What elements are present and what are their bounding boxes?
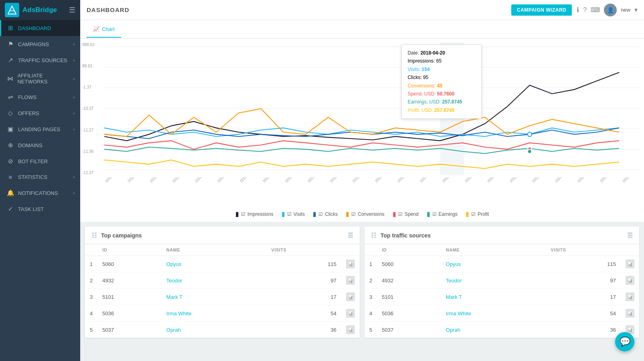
new-label[interactable]: new	[621, 7, 630, 13]
conversions-color-icon: ▮	[346, 210, 349, 218]
chat-icon: 💬	[620, 337, 630, 347]
cell-action: 📊	[341, 289, 360, 305]
sidebar-item-offers[interactable]: ◇ OFFERS ›	[0, 105, 80, 121]
content-area: 📈 Chart 988.63 88.63 -1.37 -10.37 -11.27…	[80, 20, 644, 361]
earnings-color-icon: ▮	[427, 210, 430, 218]
sidebar-item-traffic-sources[interactable]: ↗ TRAFFIC SOURCES ›	[0, 52, 80, 68]
svg-marker-0	[8, 6, 16, 14]
table-row: 3 5101 Mark T 17 📊	[85, 289, 360, 305]
chart-tab-icon: 📈	[93, 26, 99, 32]
cell-visits: 115	[267, 256, 341, 272]
th-name: NAME	[162, 244, 267, 256]
table-row: 5 5037 Oprah 36 📊	[365, 322, 639, 338]
sidebar-item-affiliate-networks[interactable]: ⋈ AFFILIATE NETWORKS ›	[0, 68, 80, 89]
cell-id: 4932	[97, 272, 162, 289]
legend-visits-label: Visits	[294, 211, 305, 217]
sidebar-item-landing-pages[interactable]: ▣ LANDING PAGES ›	[0, 121, 80, 137]
legend-conversions[interactable]: ▮ ☑ Conversions	[346, 210, 385, 218]
sidebar-nav: ⊞ DASHBOARD ⚑ CAMPAIGNS › ↗ TRAFFIC SOUR…	[0, 20, 80, 361]
sidebar-item-notifications[interactable]: 🔔 NOTIFICATIONS ›	[0, 185, 80, 201]
sidebar-label-flows: FLOWS	[18, 94, 36, 100]
cell-num: 5	[85, 322, 97, 338]
sidebar-item-statistics[interactable]: ≡ STATISTICS ›	[0, 169, 80, 185]
visits-check: ☑	[287, 211, 292, 217]
row-chart-button[interactable]: 📊	[346, 309, 355, 318]
legend-earnings[interactable]: ▮ ☑ Earnings	[427, 210, 458, 218]
campaign-wizard-button[interactable]: CAMPAIGN WIZARD	[511, 4, 572, 16]
table-row: 1 5060 Opyus 115 📊	[365, 256, 639, 272]
cell-num: 4	[365, 305, 377, 322]
cell-id: 5060	[377, 256, 441, 272]
chat-fab-button[interactable]: 💬	[615, 332, 634, 351]
table-row: 4 5036 Irma White 54 📊	[365, 305, 639, 322]
dropdown-icon[interactable]: ▾	[634, 6, 638, 14]
tab-chart[interactable]: 📈 Chart	[87, 21, 121, 38]
top-campaigns-panel: ☷ Top campaigns ☰ ID NAME VISITS	[85, 227, 360, 338]
legend-impressions[interactable]: ▮ ☑ Impressions	[235, 210, 273, 218]
spend-color-icon: ▮	[393, 210, 396, 218]
sidebar-label-dashboard: DASHBOARD	[18, 25, 51, 31]
cell-action: 📊	[621, 272, 639, 289]
traffic-menu-button[interactable]: ☰	[627, 231, 633, 239]
row-chart-button[interactable]: 📊	[626, 260, 634, 268]
row-chart-button[interactable]: 📊	[346, 292, 355, 301]
hamburger-icon[interactable]: ☰	[69, 6, 75, 14]
sidebar-label-task-list: TASK LIST	[18, 206, 44, 212]
sidebar-label-landing-pages: LANDING PAGES	[18, 126, 60, 132]
cell-name: Mark T	[162, 289, 267, 305]
sidebar-label-statistics: STATISTICS	[18, 174, 47, 180]
affiliate-networks-icon: ⋈	[7, 75, 13, 82]
chart-tooltip: Date: 2018-04-20 Impressions: 65 Visits:…	[401, 45, 482, 119]
th-id: ID	[377, 244, 441, 256]
chart-legend: ▮ ☑ Impressions ▮ ☑ Visits ▮ ☑ Clicks ▮ …	[80, 210, 644, 222]
legend-clicks[interactable]: ▮ ☑ Clicks	[313, 210, 338, 218]
row-chart-button[interactable]: 📊	[626, 309, 634, 318]
sidebar-item-bot-filter[interactable]: ⊘ BOT FILTER	[0, 153, 80, 169]
help-icon[interactable]: ?	[583, 6, 587, 14]
row-chart-button[interactable]: 📊	[346, 325, 355, 334]
cell-name: Oprah	[162, 322, 267, 338]
chevron-icon: ›	[73, 95, 75, 99]
profit-color-icon: ▮	[466, 210, 469, 218]
legend-spend-label: Spend	[405, 211, 419, 217]
row-chart-button[interactable]: 📊	[346, 276, 355, 285]
cell-action: 📊	[621, 289, 639, 305]
svg-point-11	[528, 132, 532, 137]
chart-tabs: 📈 Chart	[80, 20, 644, 39]
sidebar-item-dashboard[interactable]: ⊞ DASHBOARD	[0, 20, 80, 36]
legend-earnings-label: Earnings	[439, 211, 458, 217]
keyboard-icon[interactable]: ⌨	[591, 6, 600, 14]
sidebar-item-campaigns[interactable]: ⚑ CAMPAIGNS ›	[0, 36, 80, 52]
sidebar-item-domains[interactable]: ⊕ DOMAINS	[0, 137, 80, 153]
legend-spend[interactable]: ▮ ☑ Spend	[393, 210, 419, 218]
row-chart-button[interactable]: 📊	[626, 292, 634, 301]
cell-name: Oprah	[441, 322, 546, 338]
clicks-color-icon: ▮	[313, 210, 316, 218]
cell-num: 3	[365, 289, 377, 305]
cell-visits: 36	[546, 322, 621, 338]
sidebar: AdsBridge ☰ ⊞ DASHBOARD ⚑ CAMPAIGNS › ↗ …	[0, 0, 80, 361]
campaigns-menu-button[interactable]: ☰	[348, 231, 353, 239]
user-avatar[interactable]: 👤	[604, 4, 617, 16]
sidebar-item-task-list[interactable]: ✓ TASK LIST	[0, 201, 80, 217]
topbar-icons: ℹ ? ⌨ 👤 new ▾	[577, 4, 638, 16]
legend-profit[interactable]: ▮ ☑ Profit	[466, 210, 489, 218]
sidebar-item-flows[interactable]: ⇌ FLOWS ›	[0, 89, 80, 105]
legend-profit-label: Profit	[478, 211, 489, 217]
cell-visits: 36	[267, 322, 341, 338]
sidebar-label-bot-filter: BOT FILTER	[18, 158, 48, 164]
conversions-check: ☑	[351, 211, 356, 217]
legend-visits[interactable]: ▮ ☑ Visits	[281, 210, 305, 218]
campaigns-table: ID NAME VISITS 1 5060 Opyus 115 📊 2 4932…	[85, 244, 360, 338]
legend-clicks-label: Clicks	[325, 211, 338, 217]
info-icon[interactable]: ℹ	[577, 6, 579, 14]
cell-action: 📊	[621, 256, 639, 272]
chevron-icon: ›	[73, 175, 75, 179]
logo[interactable]: AdsBridge ☰	[0, 0, 80, 20]
landing-pages-icon: ▣	[7, 126, 14, 133]
row-chart-button[interactable]: 📊	[346, 260, 355, 268]
row-chart-button[interactable]: 📊	[626, 276, 634, 285]
offers-icon: ◇	[7, 110, 14, 117]
cell-id: 5101	[377, 289, 441, 305]
svg-point-13	[528, 149, 532, 154]
